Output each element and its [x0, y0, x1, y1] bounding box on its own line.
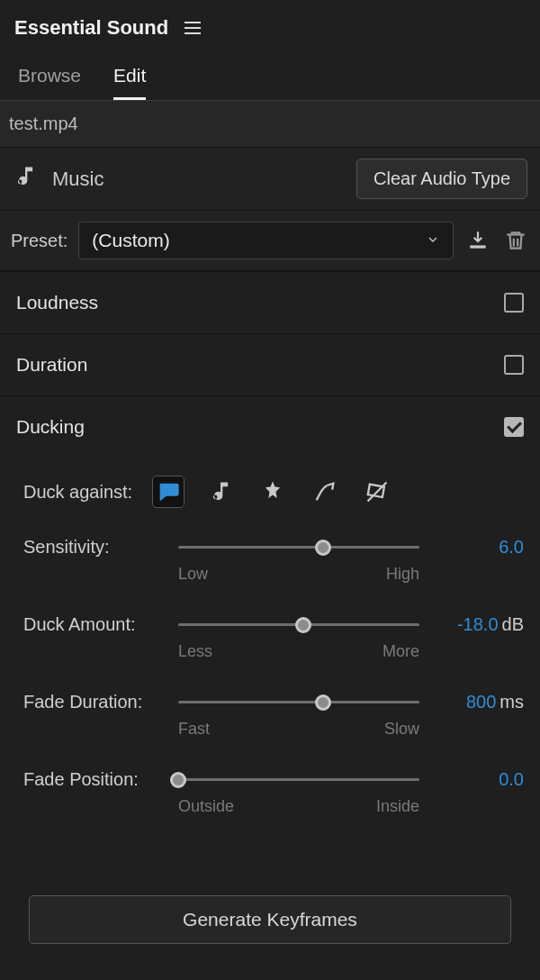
duck-against-dialogue-icon[interactable] — [152, 476, 184, 508]
duck-amount-slider-thumb[interactable] — [295, 617, 311, 633]
section-loudness: Loudness — [0, 272, 540, 334]
generate-keyframes-button[interactable]: Generate Keyframes — [29, 895, 511, 944]
duck-against-music-icon[interactable] — [204, 476, 237, 508]
duck-against-label: Duck against: — [23, 482, 132, 503]
trash-icon[interactable] — [502, 227, 529, 254]
fade-duration-label: Fade Duration: — [23, 692, 164, 712]
fade-position-hint-high: Inside — [376, 797, 419, 816]
sensitivity-slider[interactable] — [178, 546, 419, 549]
loudness-checkbox[interactable] — [504, 293, 524, 313]
duck-amount-hint-low: Less — [178, 642, 212, 661]
duck-amount-hint-high: More — [382, 642, 419, 661]
chevron-down-icon — [426, 230, 440, 251]
duck-against-unassigned-icon[interactable] — [361, 476, 393, 508]
panel-menu-icon[interactable] — [184, 22, 201, 34]
duck-amount-slider[interactable] — [178, 623, 419, 626]
sensitivity-hint-high: High — [386, 565, 419, 584]
sensitivity-hint-low: Low — [178, 565, 208, 584]
sensitivity-value[interactable]: 6.0 — [499, 537, 524, 557]
tabs: Browse Edit — [0, 49, 540, 101]
sensitivity-slider-thumb[interactable] — [315, 540, 331, 556]
fade-duration-hint-high: Slow — [384, 720, 419, 739]
duck-amount-unit: dB — [502, 614, 524, 634]
duration-checkbox[interactable] — [504, 355, 524, 375]
tab-edit[interactable]: Edit — [113, 65, 146, 100]
duck-amount-label: Duck Amount: — [23, 614, 164, 635]
fade-position-hint-low: Outside — [178, 797, 234, 816]
import-preset-icon[interactable] — [464, 227, 491, 254]
duck-against-sfx-icon[interactable] — [256, 476, 289, 508]
fade-duration-unit: ms — [500, 692, 524, 712]
preset-label: Preset: — [11, 231, 68, 251]
panel-title: Essential Sound — [14, 16, 168, 40]
audio-type-icon — [13, 164, 38, 195]
section-duration: Duration — [0, 334, 540, 396]
fade-duration-slider[interactable] — [178, 701, 419, 703]
ducking-title: Ducking — [16, 416, 85, 438]
fade-duration-slider-thumb[interactable] — [315, 694, 331, 711]
loudness-title: Loudness — [16, 292, 98, 313]
clear-audio-type-button[interactable]: Clear Audio Type — [356, 159, 527, 199]
fade-duration-hint-low: Fast — [178, 720, 210, 739]
fade-position-slider[interactable] — [178, 778, 419, 781]
filename-label: test.mp4 — [0, 101, 540, 148]
duck-amount-value[interactable]: -18.0 — [457, 614, 499, 634]
fade-position-label: Fade Position: — [23, 769, 164, 790]
duration-title: Duration — [16, 354, 87, 376]
preset-select[interactable]: (Custom) — [78, 222, 454, 259]
preset-value: (Custom) — [92, 230, 169, 251]
section-ducking: Ducking — [0, 396, 540, 458]
duck-against-ambience-icon[interactable] — [309, 476, 341, 508]
sensitivity-label: Sensitivity: — [23, 537, 164, 558]
fade-position-value[interactable]: 0.0 — [499, 769, 524, 789]
audio-type-label: Music — [52, 168, 104, 191]
ducking-checkbox[interactable] — [504, 417, 524, 437]
tab-browse[interactable]: Browse — [18, 65, 81, 100]
fade-duration-value[interactable]: 800 — [466, 692, 496, 712]
fade-position-slider-thumb[interactable] — [170, 772, 186, 788]
